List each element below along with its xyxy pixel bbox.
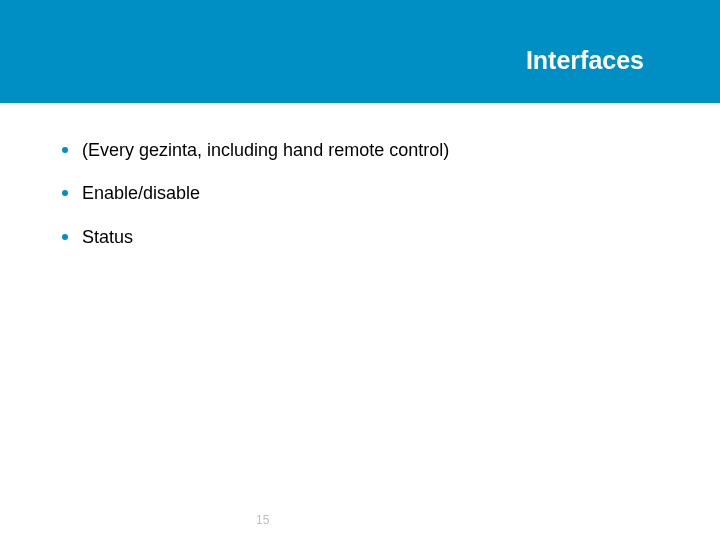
page-number: 15 [256,513,269,527]
title-bar: Interfaces [0,0,720,103]
bullet-text: Enable/disable [82,182,200,205]
bullet-icon [62,234,68,240]
slide: Interfaces (Every gezinta, including han… [0,0,720,540]
bullet-item: Status [62,226,658,249]
bullet-icon [62,190,68,196]
content-area: (Every gezinta, including hand remote co… [62,139,658,269]
bullet-item: (Every gezinta, including hand remote co… [62,139,658,162]
bullet-item: Enable/disable [62,182,658,205]
bullet-icon [62,147,68,153]
bullet-text: Status [82,226,133,249]
bullet-text: (Every gezinta, including hand remote co… [82,139,449,162]
slide-title: Interfaces [526,46,644,75]
